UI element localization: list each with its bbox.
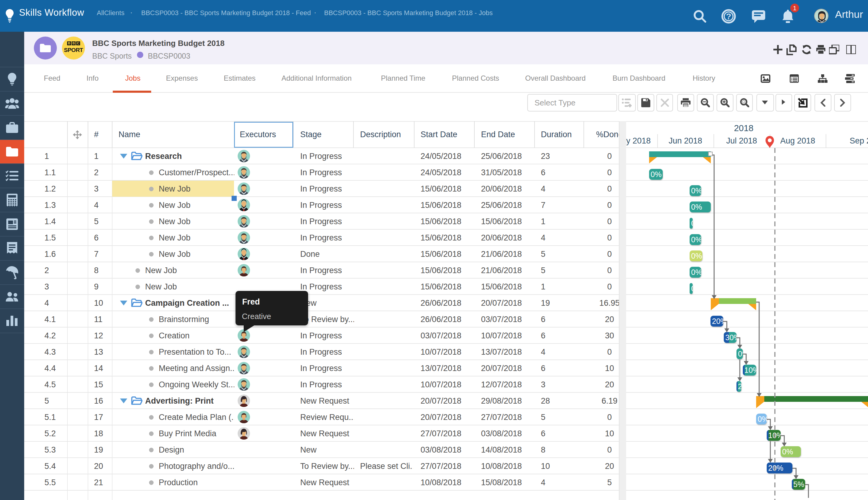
svg-text:B: B xyxy=(73,42,75,45)
svg-text:SPORT: SPORT xyxy=(64,47,84,53)
svg-text:?: ? xyxy=(726,12,731,21)
svg-text:C: C xyxy=(77,42,79,45)
svg-text:B: B xyxy=(68,42,70,45)
